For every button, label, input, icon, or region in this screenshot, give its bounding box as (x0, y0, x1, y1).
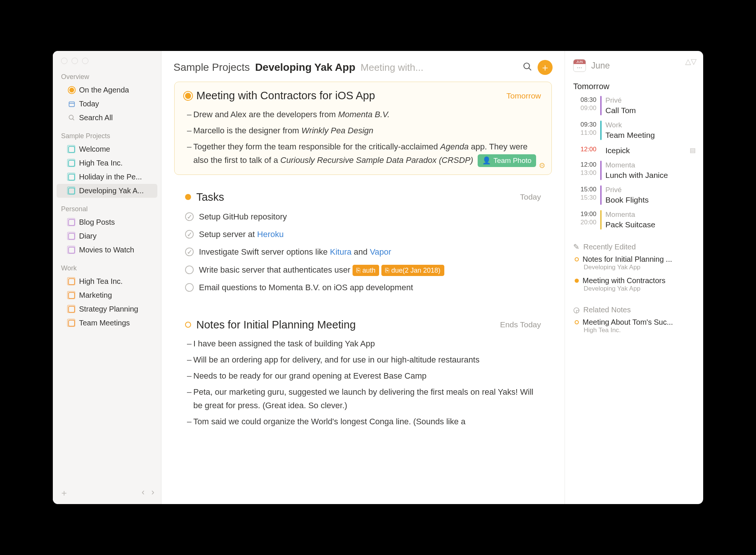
sidebar-overview-title: Overview (53, 71, 161, 83)
task-badge[interactable]: ⎘ due(2 Jan 2018) (381, 265, 444, 276)
note-card-meeting[interactable]: Meeting with Contractors for iOS App Tom… (174, 82, 552, 175)
note-body: Setup GitHub repositorySetup server at H… (185, 208, 541, 296)
task-item[interactable]: Setup GitHub repository (185, 208, 541, 225)
task-checkbox[interactable] (185, 248, 194, 256)
sidebar-item-on-the-agenda[interactable]: On the Agenda (57, 83, 157, 97)
task-checkbox[interactable] (185, 283, 194, 292)
breadcrumb-category[interactable]: Sample Projects (173, 61, 250, 73)
note-ref-project: Developing Yak App (575, 264, 696, 271)
sidebar-item-project[interactable]: Developing Yak A... (57, 184, 157, 198)
note-title: Notes for Initial Planning Meeting (196, 319, 495, 331)
task-item[interactable]: Setup server at Heroku (185, 225, 541, 243)
svg-line-3 (72, 119, 74, 120)
sidebar-item-label: Search All (79, 113, 113, 122)
link[interactable]: Heroku (257, 230, 284, 239)
link[interactable]: Vapor (370, 247, 391, 257)
sidebar-item-project[interactable]: Movies to Watch (57, 243, 157, 257)
note-agenda-dot-icon[interactable] (185, 93, 191, 99)
task-checkbox[interactable] (185, 266, 194, 274)
note-card-tasks[interactable]: Tasks Today Setup GitHub repositorySetup… (174, 183, 552, 303)
linked-note-icon[interactable]: ▤ (690, 146, 696, 155)
agenda-dot-icon (68, 87, 75, 94)
sidebar-item-label: Diary (79, 232, 97, 240)
sidebar-item-project[interactable]: Strategy Planning (57, 302, 157, 316)
note-agenda-dot-icon[interactable] (185, 322, 191, 328)
sidebar-item-project[interactable]: Diary (57, 229, 157, 243)
sidebar-item-search-all[interactable]: Search All (57, 111, 157, 125)
close-window[interactable] (61, 58, 67, 64)
sidebar-section: Sample ProjectsWelcomeHigh Tea Inc.Holid… (53, 130, 161, 198)
note-dot-icon (575, 257, 579, 261)
sidebar-item-project[interactable]: Team Meetings (57, 316, 157, 330)
calendar-event[interactable]: 08:3009:00PrivéCall Tom (573, 96, 696, 115)
calendar-color-bar (600, 145, 602, 155)
sidebar-item-today[interactable]: Today (57, 97, 157, 111)
event-details: PrivéCall Tom (605, 96, 696, 115)
sidebar-item-project[interactable]: High Tea Inc. (57, 275, 157, 288)
note-ref-title: Meeting About Tom's Suc... (583, 318, 673, 327)
task-badge[interactable]: ⎘ auth (353, 265, 379, 276)
task-item[interactable]: Investigate Swift server options like Ki… (185, 243, 541, 261)
task-checkbox[interactable] (185, 212, 194, 221)
breadcrumb-project[interactable]: Developing Yak App (255, 61, 356, 73)
sidebar: Overview On the Agenda Today Search All … (53, 51, 161, 504)
breadcrumb-note[interactable]: Meeting with... (361, 62, 424, 73)
task-checkbox[interactable] (185, 230, 194, 239)
panel-toggle-icon[interactable]: △▽ (685, 57, 696, 66)
sidebar-item-project[interactable]: Holiday in the Pe... (57, 170, 157, 184)
calendar-header[interactable]: JUN ⋯ June (573, 59, 696, 72)
event-details: PrivéBook Flights (605, 185, 696, 205)
note-body: –Drew and Alex are the developers from M… (185, 106, 541, 169)
add-project-button[interactable]: ＋ (60, 487, 69, 499)
note-date[interactable]: Tomorrow (506, 91, 541, 100)
note-card-planning[interactable]: Notes for Initial Planning Meeting Ends … (174, 311, 552, 436)
sidebar-item-project[interactable]: High Tea Inc. (57, 156, 157, 170)
project-icon (68, 187, 75, 195)
app-window: Overview On the Agenda Today Search All … (53, 51, 703, 504)
calendar-event[interactable]: 15:0015:30PrivéBook Flights (573, 185, 696, 205)
add-note-button[interactable]: ＋ (538, 60, 553, 75)
calendar-event[interactable]: 12:0013:00MomentaLunch with Janice (573, 161, 696, 180)
task-item[interactable]: Email questions to Momenta B.V. on iOS a… (185, 279, 541, 296)
calendar-event[interactable]: 09:3011:00WorkTeam Meeting (573, 121, 696, 140)
sidebar-item-project[interactable]: Blog Posts (57, 215, 157, 229)
search-button[interactable] (523, 62, 532, 73)
sidebar-item-project[interactable]: Welcome (57, 142, 157, 156)
task-item[interactable]: Write basic server that authenticates us… (185, 261, 541, 279)
task-label: Setup server at Heroku (199, 228, 284, 241)
note-bullet: –Tom said we could organize the World's … (185, 413, 541, 430)
calendar-event[interactable]: 19:0020:00MomentaPack Suitcase (573, 210, 696, 230)
calendar-icon: JUN ⋯ (573, 59, 586, 72)
calendar-event[interactable]: 12:00Icepick▤ (573, 145, 696, 155)
svg-rect-0 (69, 102, 74, 107)
related-note-item[interactable]: Meeting with ContractorsDeveloping Yak A… (573, 276, 696, 292)
attachment-tag[interactable]: 👤Team Photo (478, 154, 536, 167)
events-day-label: Tomorrow (573, 82, 696, 91)
related-note-item[interactable]: Meeting About Tom's Suc...High Tea Inc. (573, 318, 696, 334)
event-times: 12:0013:00 (573, 161, 596, 180)
sidebar-item-label: Movies to Watch (79, 246, 134, 254)
note-date[interactable]: Today (520, 192, 541, 201)
sidebar-item-project[interactable]: Marketing (57, 288, 157, 302)
note-ref-project: High Tea Inc. (575, 327, 696, 334)
nav-forward-button[interactable]: › (151, 487, 154, 499)
maximize-window[interactable] (82, 58, 88, 64)
page-header: Sample Projects Developing Yak App Meeti… (161, 51, 565, 82)
link[interactable]: Kitura (330, 247, 351, 257)
note-settings-icon[interactable]: ⚙ (539, 161, 545, 170)
main-column: Sample Projects Developing Yak App Meeti… (161, 51, 565, 504)
note-date[interactable]: Ends Today (500, 320, 541, 329)
link-icon: ◶ (573, 305, 580, 314)
note-dot-icon (575, 279, 579, 283)
related-note-item[interactable]: Notes for Initial Planning ...Developing… (573, 255, 696, 271)
note-bullet: –Peta, our marketing guru, suggested we … (185, 384, 541, 413)
note-bullet: –Together they form the team responsible… (185, 139, 541, 169)
nav-back-button[interactable]: ‹ (142, 487, 145, 499)
calendar-color-bar (600, 210, 602, 230)
minimize-window[interactable] (72, 58, 78, 64)
task-label: Setup GitHub repository (199, 210, 287, 223)
sidebar-item-label: Welcome (79, 145, 110, 154)
calendar-color-bar (600, 121, 602, 140)
sidebar-item-label: Developing Yak A... (79, 186, 144, 195)
note-agenda-dot-icon[interactable] (185, 194, 191, 200)
